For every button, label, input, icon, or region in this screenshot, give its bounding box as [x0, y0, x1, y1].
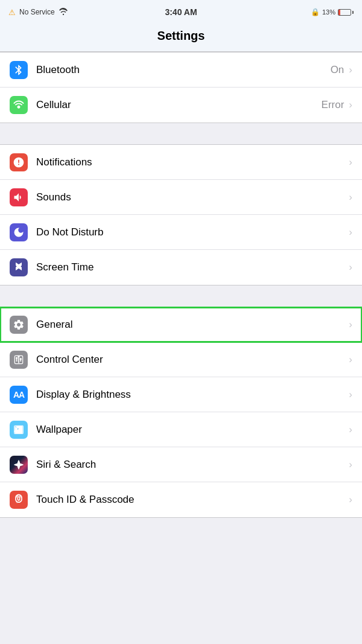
screen-time-chevron: › — [349, 261, 352, 273]
touch-id-chevron: › — [349, 494, 352, 506]
notifications-chevron: › — [349, 156, 352, 168]
general-chevron: › — [349, 319, 352, 331]
general-label: General — [36, 319, 348, 331]
notifications-label: Notifications — [36, 156, 348, 168]
settings-row-sounds[interactable]: Sounds › — [0, 180, 362, 215]
page-title-bar: Settings — [0, 23, 362, 52]
settings-row-siri[interactable]: Siri & Search › — [0, 447, 362, 482]
wifi-icon — [59, 8, 68, 17]
settings-row-control-center[interactable]: Control Center › — [0, 342, 362, 377]
status-right: 🔒 13% — [311, 8, 354, 16]
dnd-icon-bg — [10, 223, 28, 241]
wallpaper-chevron: › — [349, 424, 352, 436]
lock-icon: 🔒 — [311, 8, 320, 16]
dnd-chevron: › — [349, 226, 352, 238]
settings-list-connectivity: Bluetooth On › Cellular Error › — [0, 52, 362, 123]
warning-icon: ⚠ — [8, 8, 16, 17]
cellular-value: Error — [322, 99, 345, 111]
page-title: Settings — [157, 29, 205, 42]
svg-point-2 — [17, 355, 19, 357]
siri-label: Siri & Search — [36, 459, 348, 471]
display-icon-bg: AA — [10, 386, 28, 404]
control-center-icon-bg — [10, 351, 28, 369]
settings-row-cellular[interactable]: Cellular Error › — [0, 88, 362, 123]
settings-row-bluetooth[interactable]: Bluetooth On › — [0, 53, 362, 88]
settings-row-notifications[interactable]: Notifications › — [0, 145, 362, 180]
sounds-chevron: › — [349, 191, 352, 203]
spacer-2 — [0, 285, 362, 307]
bluetooth-value: On — [331, 64, 345, 76]
touch-id-icon-bg — [10, 491, 28, 509]
cellular-chevron: › — [349, 99, 352, 111]
general-icon-bg — [10, 316, 28, 334]
sounds-label: Sounds — [36, 191, 348, 203]
battery-icon — [338, 9, 354, 16]
sounds-icon-bg — [10, 188, 28, 206]
settings-group-connectivity: Bluetooth On › Cellular Error › — [0, 52, 362, 123]
spacer-1 — [0, 123, 362, 144]
battery-percent: 13% — [322, 8, 335, 16]
bluetooth-chevron: › — [349, 64, 352, 76]
settings-row-general[interactable]: General › — [0, 307, 362, 342]
settings-group-general: General › Control Center › AA Displ — [0, 307, 362, 518]
status-bar: ⚠ No Service 3:40 AM 🔒 13% — [0, 0, 362, 23]
svg-point-3 — [20, 358, 22, 360]
cellular-label: Cellular — [36, 99, 322, 111]
control-center-chevron: › — [349, 354, 352, 366]
notifications-icon-bg — [10, 153, 28, 171]
bluetooth-label: Bluetooth — [36, 64, 331, 76]
screen-time-icon-bg — [10, 258, 28, 276]
settings-list-general: General › Control Center › AA Displ — [0, 307, 362, 518]
svg-point-1 — [16, 357, 17, 359]
display-label: Display & Brightness — [36, 389, 348, 401]
status-left: ⚠ No Service — [8, 8, 68, 17]
settings-group-notifications: Notifications › Sounds › Do Not Disturb … — [0, 144, 362, 285]
settings-row-do-not-disturb[interactable]: Do Not Disturb › — [0, 215, 362, 250]
settings-row-screen-time[interactable]: Screen Time › — [0, 250, 362, 285]
settings-row-touch-id[interactable]: Touch ID & Passcode › — [0, 482, 362, 517]
settings-list-notifications: Notifications › Sounds › Do Not Disturb … — [0, 144, 362, 285]
display-chevron: › — [349, 389, 352, 401]
no-service-text: No Service — [19, 8, 55, 16]
settings-row-display[interactable]: AA Display & Brightness › — [0, 377, 362, 412]
siri-icon-bg — [10, 456, 28, 474]
status-time: 3:40 AM — [165, 7, 197, 17]
touch-id-label: Touch ID & Passcode — [36, 494, 348, 506]
bluetooth-icon-bg — [10, 61, 28, 79]
control-center-label: Control Center — [36, 354, 348, 366]
siri-chevron: › — [349, 459, 352, 471]
wallpaper-icon-bg — [10, 421, 28, 439]
dnd-label: Do Not Disturb — [36, 226, 348, 238]
wallpaper-label: Wallpaper — [36, 424, 348, 436]
settings-row-wallpaper[interactable]: Wallpaper › — [0, 412, 362, 447]
screen-time-label: Screen Time — [36, 261, 348, 273]
cellular-icon-bg — [10, 96, 28, 114]
